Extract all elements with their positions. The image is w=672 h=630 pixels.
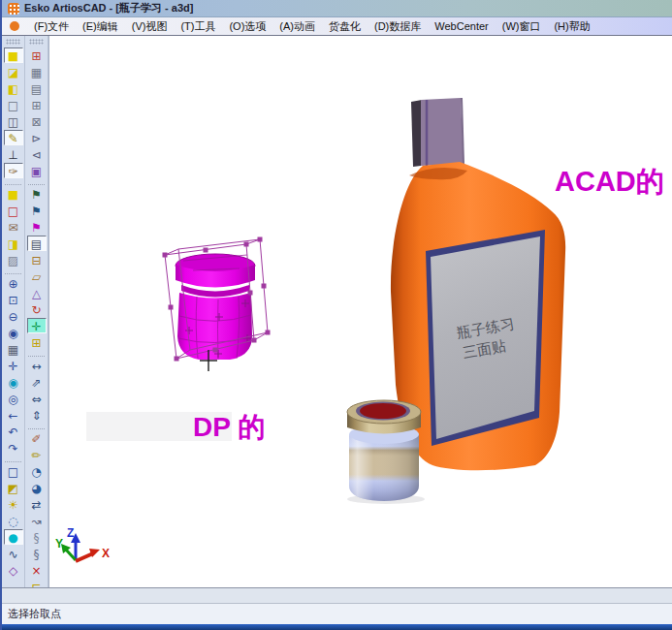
tool-swap-tool[interactable]: ⇄ [27,496,47,512]
axis-z-label: Z [67,526,74,540]
tool-paint-tool[interactable]: ✑ [4,163,23,178]
tool-icon: ◉ [8,376,17,390]
tool-flag-color-tool[interactable]: ⚑ [27,219,47,235]
tool-solid-view[interactable]: ■ [4,47,23,63]
tool-globe-tool[interactable]: ◔ [27,463,47,479]
tool-dim-gap-tool[interactable]: ⇔ [27,391,47,406]
3d-viewport[interactable]: 瓶子练习 三面贴 [49,36,672,587]
tool-clip-remove-tool[interactable]: × [27,562,47,578]
tool-globe-alt-tool[interactable]: ◕ [27,480,47,495]
title-bar[interactable]: Esko ArtiosCAD - [瓶子学习 - a3d] [2,0,672,17]
tool-icon: ∿ [8,548,17,561]
tool-annotate-tool[interactable]: ✎ [4,130,23,145]
tool-wireframe-view[interactable]: □ [4,97,23,112]
annotation-acad: ACAD的 [555,166,664,197]
tool-render-tool[interactable]: ▣ [27,163,47,178]
tool-lasso-tool[interactable]: ◇ [4,562,23,578]
tool-icon: ◧ [8,82,18,96]
toolbar-grip[interactable] [6,39,20,45]
tool-frame-grid-tool[interactable]: ⊞ [27,97,47,112]
tool-outline-tool[interactable]: □ [4,463,23,479]
tool-shaded-edges-view[interactable]: ◪ [4,64,23,79]
tool-icon: ✐ [31,432,41,446]
small-jar-model[interactable] [347,400,425,504]
tool-icon: ⚑ [31,188,42,202]
tool-icon: ⊞ [31,336,41,350]
tool-hidden-line-view[interactable]: ◫ [4,113,23,129]
tool-step-back-tool[interactable]: ⊲ [27,146,47,162]
toolbar-separator [5,179,21,185]
tool-hide-tool[interactable]: ◌ [4,513,23,528]
tool-delete-frame-tool[interactable]: ⊠ [27,113,47,129]
tool-icon: ⊲ [31,148,41,162]
tool-clip-add-tool[interactable]: § [27,546,47,561]
menu-item[interactable]: (E)编辑 [76,17,125,36]
tool-light-tool[interactable]: ☀ [4,496,23,512]
menu-item[interactable]: (V)视图 [125,17,175,36]
tool-select-window-tool[interactable]: ▦ [4,341,23,357]
tool-frame-tool[interactable]: ▦ [27,64,47,79]
tool-flag-tool[interactable]: ⚑ [27,186,47,202]
tool-view-eye-tool[interactable]: ◉ [4,374,23,390]
menu-item[interactable]: (T)工具 [174,17,222,36]
status-text: 选择拾取点 [8,607,61,621]
tool-zoom-out-tool[interactable]: ⊖ [4,308,23,324]
tool-tile-windows-tool[interactable]: ⊞ [27,334,47,350]
tool-zoom-extents-tool[interactable]: ◉ [4,325,23,340]
child-document-icon[interactable] [10,21,19,31]
tool-draft-shaded-view[interactable]: ◧ [4,80,23,96]
magenta-jar-model[interactable] [163,237,271,372]
tool-zoom-in-tool[interactable]: ⊕ [4,275,23,291]
tool-rotate-ccw-tool[interactable]: ↶ [4,424,23,439]
tool-clip-tool[interactable]: § [27,529,47,545]
tool-move-part-tool[interactable]: ✛ [27,318,47,333]
tool-previous-view-tool[interactable]: ← [4,407,23,423]
menu-item[interactable]: (O)选项 [222,17,272,36]
tool-icon: ↔ [31,360,41,373]
tool-knife-yellow-tool[interactable]: ✏ [27,447,47,462]
tool-icon: ⊳ [31,132,41,145]
tool-frame-rows-tool[interactable]: ▤ [27,80,47,96]
tool-rotate-part-tool[interactable]: ↻ [27,301,47,317]
tool-icon: ⇔ [31,393,41,406]
tool-layer-tool[interactable]: ⊏ [27,579,47,587]
tool-dim-height-tool[interactable]: ⇕ [27,407,47,423]
menu-item[interactable]: 货盘化 [322,17,368,36]
tool-zoom-window-tool[interactable]: ⊡ [4,292,23,307]
tool-box-alt-tool[interactable]: ◨ [4,236,23,251]
menu-item[interactable]: (A)动画 [272,17,322,36]
tool-pan-tool[interactable]: ✛ [4,358,23,373]
tool-wire-box-tool[interactable]: □ [4,203,23,218]
tool-solid-box-tool[interactable]: ■ [4,186,23,202]
tool-icon: ■ [8,188,18,202]
tool-fold-tool[interactable]: ⊟ [27,252,47,268]
tool-sphere-tool[interactable]: ● [4,529,23,545]
tool-icon: ⊞ [31,99,41,112]
tool-mesh-tool[interactable]: △ [27,285,47,300]
tool-dim-skew-tool[interactable]: ⇗ [27,374,47,390]
toolbar-column-tools: ⊞▦▤⊞⊠⊳⊲▣⚑⚑⚑▤⊟▱△↻✛⊞↔⇗⇔⇕✐✏◔◕⇄↝§§×⊏✂ [25,36,48,587]
toolbar-grip[interactable] [29,39,44,45]
tool-mail-tool[interactable]: ✉ [4,219,23,235]
tool-icon: § [34,548,40,561]
tool-curve-adjust-tool[interactable]: ↝ [27,513,47,528]
tool-curve-tool[interactable]: ∿ [4,546,23,561]
tool-base-plane-tool[interactable]: ⊥ [4,146,23,162]
tool-step-forward-tool[interactable]: ⊳ [27,130,47,145]
tool-eraser-tool[interactable]: ▨ [4,252,23,268]
tool-folder-tool[interactable]: ▱ [27,268,47,284]
menu-item[interactable]: (D)数据库 [368,17,428,36]
menu-item[interactable]: (W)窗口 [496,17,548,36]
tool-section-box-tool[interactable]: ◩ [4,480,23,495]
menu-item[interactable]: (F)文件 [27,17,76,36]
tool-layout-frame-tool[interactable]: ⊞ [27,47,47,63]
toolbar-separator [28,179,45,185]
tool-flag-select-tool[interactable]: ⚑ [27,203,47,218]
menu-item[interactable]: WebCenter [428,18,495,34]
tool-look-at-tool[interactable]: ◎ [4,391,23,406]
menu-item[interactable]: (H)帮助 [547,17,596,36]
tool-knife-tool[interactable]: ✐ [27,430,47,446]
tool-dim-width-tool[interactable]: ↔ [27,358,47,373]
tool-rotate-cw-tool[interactable]: ↷ [4,440,23,456]
tool-print-tool[interactable]: ▤ [27,236,47,251]
